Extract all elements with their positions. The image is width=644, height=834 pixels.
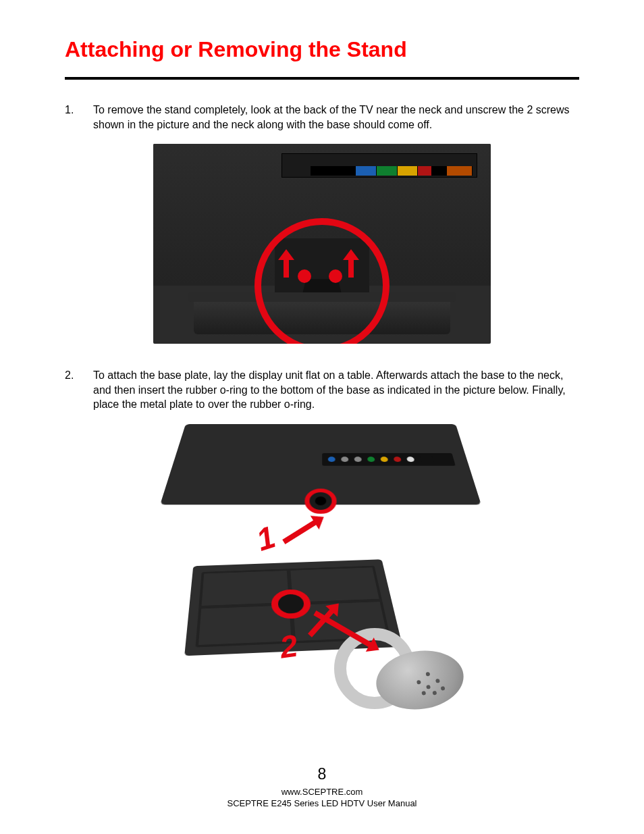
callout-number-1: 1 bbox=[252, 518, 279, 558]
port-headphone: Headphone bbox=[311, 166, 338, 176]
tv-back bbox=[160, 424, 481, 504]
port-video: Video bbox=[398, 166, 419, 176]
figure-attach-base: 1 2 bbox=[167, 424, 477, 714]
port-audio-l: L bbox=[432, 166, 446, 176]
highlight-circle-icon bbox=[254, 218, 390, 344]
title-rule bbox=[65, 77, 579, 80]
manual-page: Attaching or Removing the Stand 1. To re… bbox=[0, 0, 644, 834]
page-title: Attaching or Removing the Stand bbox=[65, 37, 579, 62]
arrow-icon bbox=[281, 513, 327, 547]
step-number: 1. bbox=[65, 103, 93, 132]
step-1: 1. To remove the stand completely, look … bbox=[65, 103, 579, 132]
figure-2-wrap: 1 2 bbox=[65, 424, 579, 714]
page-footer: 8 www.SCEPTRE.com SCEPTRE E245 Series LE… bbox=[0, 765, 644, 810]
step-text: To remove the stand completely, look at … bbox=[93, 103, 579, 132]
port-row bbox=[322, 453, 456, 466]
port-audio-r: R bbox=[418, 166, 432, 176]
port-usb: USB bbox=[338, 166, 356, 176]
instruction-list: 1. To remove the stand completely, look … bbox=[65, 103, 579, 132]
step-number: 2. bbox=[65, 368, 93, 412]
footer-manual-name: SCEPTRE E245 Series LED HDTV User Manual bbox=[0, 798, 644, 810]
figure-remove-stand: Headphone USB VGA Audio In Video R L HDM… bbox=[153, 144, 491, 344]
neck-hole-highlight-icon bbox=[304, 489, 337, 514]
step-2: 2. To attach the base plate, lay the dis… bbox=[65, 368, 579, 412]
port-vga: VGA bbox=[356, 166, 377, 176]
tv-port-panel: Headphone USB VGA Audio In Video R L HDM… bbox=[281, 153, 477, 178]
step-text: To attach the base plate, lay the displa… bbox=[93, 368, 579, 412]
instruction-list: 2. To attach the base plate, lay the dis… bbox=[65, 368, 579, 412]
footer-url: www.SCEPTRE.com bbox=[0, 786, 644, 798]
port-audio-in: Audio In bbox=[377, 166, 398, 176]
page-number: 8 bbox=[0, 765, 644, 783]
port-hdmi1: HDMI1 bbox=[447, 166, 473, 176]
figure-1-wrap: Headphone USB VGA Audio In Video R L HDM… bbox=[65, 144, 579, 344]
arrow-up-icon bbox=[345, 249, 357, 278]
arrow-up-icon bbox=[280, 249, 292, 278]
